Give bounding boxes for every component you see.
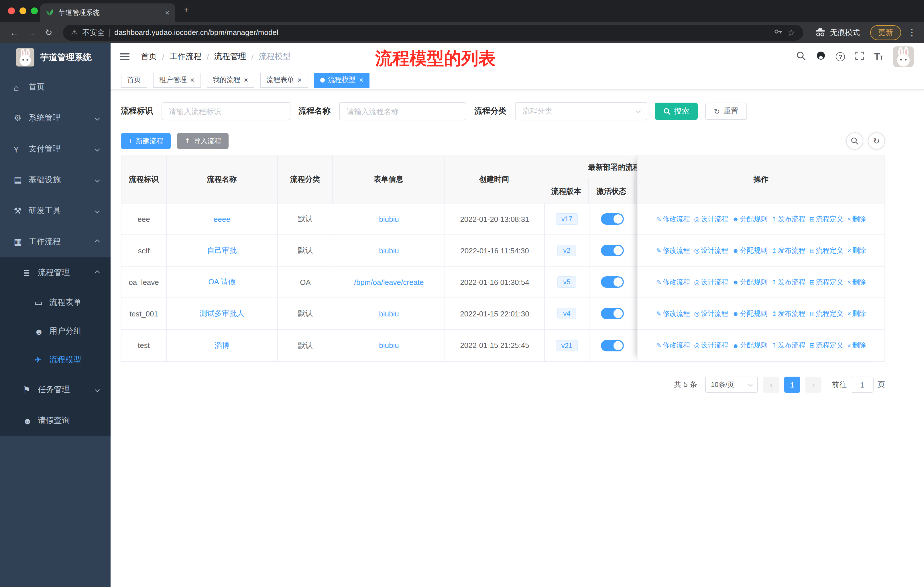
op-modify-link[interactable]: ✎修改流程 bbox=[656, 246, 690, 255]
browser-tab[interactable]: 芋道管理系统 × bbox=[40, 3, 175, 22]
op-design-link[interactable]: ◎设计流程 bbox=[694, 341, 728, 350]
next-page-button[interactable]: › bbox=[805, 377, 822, 393]
font-size-icon[interactable]: TT bbox=[874, 52, 883, 61]
close-icon[interactable]: × bbox=[244, 76, 248, 84]
op-deploy-link[interactable]: ↥发布流程 bbox=[772, 214, 805, 224]
tab-close-icon[interactable]: × bbox=[165, 8, 170, 17]
activation-toggle[interactable] bbox=[601, 213, 624, 225]
op-definition-link[interactable]: ⊞流程定义 bbox=[809, 341, 843, 350]
url-text[interactable]: dashboard.yudao.iocoder.cn/bpm/manager/m… bbox=[114, 28, 278, 37]
close-icon[interactable]: × bbox=[359, 76, 363, 84]
op-definition-link[interactable]: ⊞流程定义 bbox=[809, 214, 843, 224]
activation-toggle[interactable] bbox=[601, 340, 624, 351]
op-design-link[interactable]: ◎设计流程 bbox=[694, 309, 728, 318]
tab-tenant[interactable]: 租户管理× bbox=[153, 73, 201, 88]
op-design-link[interactable]: ◎设计流程 bbox=[694, 214, 728, 224]
op-definition-link[interactable]: ⊞流程定义 bbox=[809, 309, 843, 318]
prev-page-button[interactable]: ‹ bbox=[763, 377, 779, 393]
process-name-link[interactable]: eeee bbox=[214, 215, 230, 223]
tab-my-process[interactable]: 我的流程× bbox=[206, 73, 254, 88]
breadcrumb-item[interactable]: 首页 bbox=[141, 51, 157, 62]
op-definition-link[interactable]: ⊞流程定义 bbox=[809, 277, 843, 287]
search-icon[interactable] bbox=[796, 51, 806, 63]
sidebar-item-leave-query[interactable]: ☻请假查询 bbox=[0, 405, 111, 436]
op-design-link[interactable]: ◎设计流程 bbox=[694, 246, 728, 255]
op-deploy-link[interactable]: ↥发布流程 bbox=[772, 277, 805, 287]
security-label[interactable]: 不安全 bbox=[82, 27, 104, 38]
op-assign-link[interactable]: ☻分配规则 bbox=[732, 214, 767, 224]
forward-button[interactable]: → bbox=[24, 28, 39, 37]
sidebar-item-process-mgmt[interactable]: ≣流程管理 bbox=[0, 257, 111, 288]
address-bar[interactable]: ⚠ 不安全 dashboard.yudao.iocoder.cn/bpm/man… bbox=[63, 24, 803, 40]
tab-home[interactable]: 首页 bbox=[121, 73, 147, 88]
tab-process-model[interactable]: 流程模型× bbox=[314, 73, 370, 88]
op-assign-link[interactable]: ☻分配规则 bbox=[732, 246, 767, 255]
search-button[interactable]: 搜索 bbox=[655, 103, 698, 120]
activation-toggle[interactable] bbox=[601, 308, 624, 319]
breadcrumb-item[interactable]: 流程管理 bbox=[214, 51, 246, 62]
toggle-search-icon[interactable] bbox=[846, 132, 863, 150]
goto-page-input[interactable] bbox=[851, 377, 874, 393]
process-name-link[interactable]: OA 请假 bbox=[208, 277, 236, 287]
browser-menu-icon[interactable]: ⋮ bbox=[907, 27, 917, 38]
sidebar-collapse-icon[interactable] bbox=[120, 53, 129, 60]
filter-key-input[interactable] bbox=[162, 102, 290, 121]
op-design-link[interactable]: ◎设计流程 bbox=[694, 277, 728, 287]
form-info-link[interactable]: biubiu bbox=[379, 215, 399, 223]
new-tab-button[interactable]: + bbox=[183, 5, 189, 16]
window-zoom-button[interactable] bbox=[31, 7, 38, 14]
form-info-link[interactable]: /bpm/oa/leave/create bbox=[354, 278, 424, 286]
tab-process-form[interactable]: 流程表单× bbox=[260, 73, 308, 88]
breadcrumb-item[interactable]: 工作流程 bbox=[170, 51, 201, 62]
github-icon[interactable] bbox=[816, 50, 826, 63]
op-delete-link[interactable]: ×删除 bbox=[847, 246, 866, 255]
sidebar-item-system[interactable]: ⚙系统管理 bbox=[0, 103, 111, 134]
op-deploy-link[interactable]: ↥发布流程 bbox=[772, 309, 805, 318]
activation-toggle[interactable] bbox=[601, 245, 624, 256]
filter-name-input[interactable] bbox=[339, 102, 466, 121]
op-assign-link[interactable]: ☻分配规则 bbox=[732, 309, 767, 318]
security-warning-icon[interactable]: ⚠ bbox=[71, 28, 78, 37]
process-name-link[interactable]: 滔博 bbox=[214, 340, 229, 351]
sidebar-item-workflow[interactable]: ▦工作流程 bbox=[0, 227, 111, 257]
sidebar-item-payment[interactable]: ¥支付管理 bbox=[0, 134, 111, 165]
refresh-table-icon[interactable]: ↻ bbox=[868, 132, 885, 150]
close-icon[interactable]: × bbox=[297, 76, 302, 84]
import-process-button[interactable]: ↥ 导入流程 bbox=[177, 133, 229, 149]
op-deploy-link[interactable]: ↥发布流程 bbox=[772, 341, 805, 350]
activation-toggle[interactable] bbox=[601, 276, 624, 288]
op-modify-link[interactable]: ✎修改流程 bbox=[656, 214, 690, 224]
back-button[interactable]: ← bbox=[7, 28, 22, 37]
op-assign-link[interactable]: ☻分配规则 bbox=[732, 277, 767, 287]
help-icon[interactable]: ? bbox=[836, 52, 845, 61]
sidebar-item-task-mgmt[interactable]: ⚑任务管理 bbox=[0, 374, 111, 405]
op-delete-link[interactable]: ×删除 bbox=[847, 341, 866, 350]
op-assign-link[interactable]: ☻分配规则 bbox=[732, 341, 767, 350]
user-avatar[interactable] bbox=[893, 46, 914, 67]
op-modify-link[interactable]: ✎修改流程 bbox=[656, 277, 690, 287]
page-size-select[interactable]: 10条/页 bbox=[705, 377, 758, 393]
fullscreen-icon[interactable] bbox=[855, 51, 865, 63]
op-modify-link[interactable]: ✎修改流程 bbox=[656, 341, 690, 350]
close-icon[interactable]: × bbox=[190, 76, 195, 84]
form-info-link[interactable]: biubiu bbox=[379, 341, 399, 350]
form-info-link[interactable]: biubiu bbox=[379, 309, 399, 318]
app-logo[interactable]: 芋道管理系统 bbox=[0, 43, 111, 72]
sidebar-item-user-group[interactable]: ☻用户分组 bbox=[0, 317, 111, 346]
op-delete-link[interactable]: ×删除 bbox=[847, 309, 866, 318]
reload-button[interactable]: ↻ bbox=[41, 27, 56, 38]
sidebar-item-infra[interactable]: ▤基础设施 bbox=[0, 165, 111, 195]
process-name-link[interactable]: 测试多审批人 bbox=[200, 308, 244, 319]
update-button[interactable]: 更新 bbox=[870, 25, 901, 40]
window-close-button[interactable] bbox=[8, 7, 15, 14]
sidebar-item-devtools[interactable]: ⚒研发工具 bbox=[0, 195, 111, 227]
create-process-button[interactable]: + 新建流程 bbox=[121, 133, 171, 149]
window-minimize-button[interactable] bbox=[20, 7, 26, 14]
sidebar-item-home[interactable]: ⌂首页 bbox=[0, 72, 111, 103]
op-delete-link[interactable]: ×删除 bbox=[847, 214, 866, 224]
process-name-link[interactable]: 自己审批 bbox=[207, 245, 237, 256]
op-deploy-link[interactable]: ↥发布流程 bbox=[772, 246, 805, 255]
current-page-button[interactable]: 1 bbox=[784, 377, 800, 393]
op-definition-link[interactable]: ⊞流程定义 bbox=[809, 246, 843, 255]
sidebar-item-process-form[interactable]: ▭流程表单 bbox=[0, 288, 111, 317]
